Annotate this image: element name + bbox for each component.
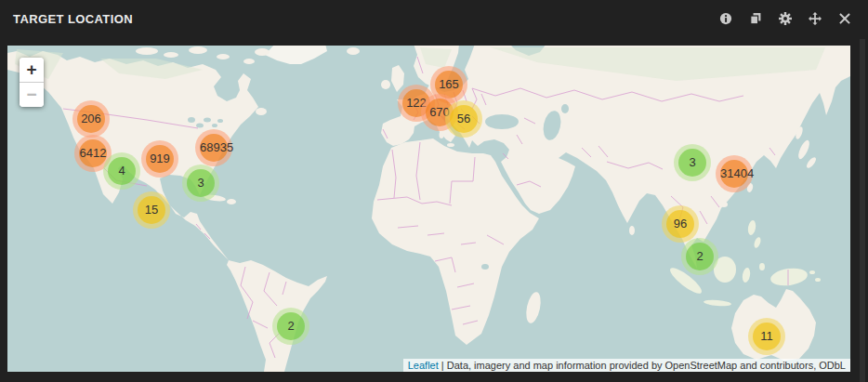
cluster-marker[interactable]: 68935 <box>195 129 232 166</box>
cluster-marker[interactable]: 4 <box>103 152 140 190</box>
cluster-marker[interactable]: 56 <box>445 100 482 138</box>
move-icon[interactable] <box>809 12 822 25</box>
cluster-count: 2 <box>686 243 714 270</box>
cluster-count: 4 <box>108 157 136 185</box>
cluster-marker[interactable]: 96 <box>662 205 699 243</box>
close-icon[interactable] <box>838 12 851 25</box>
zoom-out-button[interactable]: − <box>20 83 44 107</box>
cluster-count: 3 <box>678 149 706 177</box>
cluster-count: 11 <box>753 323 781 350</box>
cluster-count: 919 <box>146 145 174 173</box>
gear-icon[interactable] <box>779 12 792 25</box>
info-icon[interactable] <box>719 12 732 25</box>
cluster-count: 6412 <box>79 139 107 167</box>
cluster-count: 56 <box>450 105 478 133</box>
cluster-count: 31404 <box>720 160 748 188</box>
panel-header: TARGET LOCATION <box>0 0 868 37</box>
attribution-text: Data, imagery and map information provid… <box>447 360 846 371</box>
cluster-marker[interactable]: 15 <box>133 191 170 229</box>
leaflet-link[interactable]: Leaflet <box>408 360 439 371</box>
attribution-divider: | <box>441 360 444 371</box>
cluster-marker[interactable]: 206 <box>72 100 110 138</box>
cluster-count: 15 <box>138 196 165 224</box>
map-canvas[interactable]: 2066412491968935315122165670562331404962… <box>7 46 850 372</box>
page-scrollbar[interactable] <box>860 39 865 382</box>
zoom-in-button[interactable]: + <box>20 58 44 83</box>
cluster-marker[interactable]: 11 <box>748 318 785 355</box>
cluster-marker[interactable]: 2 <box>681 238 718 275</box>
cluster-marker[interactable]: 31404 <box>716 155 753 192</box>
cluster-count: 3 <box>187 169 215 197</box>
cluster-marker[interactable]: 919 <box>141 140 178 178</box>
cluster-marker[interactable]: 3 <box>182 165 219 202</box>
cluster-count: 2 <box>277 312 305 340</box>
duplicate-icon[interactable] <box>749 12 762 25</box>
cluster-count: 96 <box>666 210 694 238</box>
cluster-count: 68935 <box>200 134 228 162</box>
cluster-marker[interactable]: 3 <box>674 144 711 181</box>
cluster-count: 206 <box>77 105 105 133</box>
panel-title: TARGET LOCATION <box>13 12 133 26</box>
cluster-marker[interactable]: 2 <box>272 308 309 345</box>
zoom-control: + − <box>20 58 44 107</box>
map-attribution: Leaflet | Data, imagery and map informat… <box>403 359 850 372</box>
panel-toolbar <box>719 12 851 25</box>
